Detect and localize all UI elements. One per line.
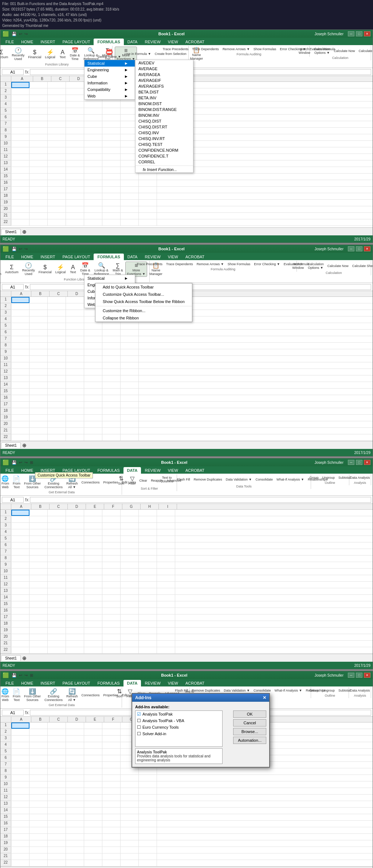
cell-r5-c9[interactable] xyxy=(157,536,175,542)
tab-file-1[interactable]: FILE xyxy=(2,39,17,45)
cell-r1-c4[interactable] xyxy=(66,297,84,303)
add-sheet-btn-2[interactable]: ⊕ xyxy=(22,442,27,448)
cell-r18-c3[interactable] xyxy=(48,621,66,627)
cell-r20-c1[interactable] xyxy=(11,421,30,427)
stat-average-1[interactable]: AVERAGE xyxy=(136,66,193,72)
cell-r4-c3[interactable] xyxy=(48,529,66,535)
row-header-9[interactable]: 9 xyxy=(0,134,11,140)
cell-r18-c7[interactable] xyxy=(121,193,139,199)
cell-r7-c2[interactable] xyxy=(30,549,48,555)
cell-r13-c4[interactable] xyxy=(66,375,84,382)
cell-r4-c8[interactable] xyxy=(139,529,157,535)
cell-r14-c5[interactable] xyxy=(84,382,102,388)
cell-r11-c3[interactable] xyxy=(48,575,66,581)
row-header-21[interactable]: 21 xyxy=(0,641,11,647)
cell-r4-c1[interactable] xyxy=(11,529,30,535)
cell-r14-c2[interactable] xyxy=(30,167,48,173)
cell-r3-c3[interactable] xyxy=(48,310,66,316)
cell-r1-c7[interactable] xyxy=(121,510,139,516)
cell-r19-c5[interactable] xyxy=(84,200,102,206)
cell-r9-c7[interactable] xyxy=(121,562,139,568)
show-formulas-2[interactable]: Show Formulas xyxy=(226,262,252,267)
tab-home-2[interactable]: HOME xyxy=(17,254,37,260)
cell-r13-c6[interactable] xyxy=(102,160,121,167)
cell-r22-c9[interactable] xyxy=(157,647,175,653)
cell-r11-c1[interactable] xyxy=(11,575,30,581)
cell-r15-c4[interactable] xyxy=(66,174,84,180)
cell-r18-c6[interactable] xyxy=(102,408,121,414)
cell-r8-c3[interactable] xyxy=(48,128,66,134)
cell-r2-c3[interactable] xyxy=(48,303,66,310)
cell-r11-c2[interactable] xyxy=(30,575,48,581)
cell-r19-c1[interactable] xyxy=(11,415,30,421)
cell-r9-c8[interactable] xyxy=(139,562,157,568)
cell-r9-c3[interactable] xyxy=(48,134,66,140)
cell-r4-c2[interactable] xyxy=(30,101,48,108)
cell-r18-c6[interactable] xyxy=(102,193,121,199)
date-time-btn-1[interactable]: 📅 Date &Time xyxy=(68,47,82,61)
cell-r18-c2[interactable] xyxy=(30,621,48,627)
cell-r11-c5[interactable] xyxy=(84,147,102,154)
cell-r16-c6[interactable] xyxy=(102,180,121,186)
cell-r16-c7[interactable] xyxy=(121,608,139,614)
cell-r19-c2[interactable] xyxy=(30,415,48,421)
cell-r7-c6[interactable] xyxy=(102,336,121,342)
error-checking-2[interactable]: Error Checking ▼ xyxy=(252,262,281,267)
row-header-16[interactable]: 16 xyxy=(0,608,11,614)
cell-r1-c1[interactable] xyxy=(11,297,30,303)
cell-r4-c6[interactable] xyxy=(102,101,121,108)
cell-r13-c5[interactable] xyxy=(84,160,102,167)
cell-r19-c4[interactable] xyxy=(66,628,84,634)
watch-window-2[interactable]: WatchWindow xyxy=(291,262,305,270)
cell-r22-c8[interactable] xyxy=(139,219,157,226)
cell-r9-c3[interactable] xyxy=(48,562,66,568)
row-header-2[interactable]: 2 xyxy=(0,88,11,95)
col-C-2[interactable]: C xyxy=(50,291,68,296)
cell-r15-c3[interactable] xyxy=(48,601,66,608)
cell-r3-c5[interactable] xyxy=(84,523,102,529)
cell-r17-c5[interactable] xyxy=(84,614,102,621)
tab-view-2[interactable]: VIEW xyxy=(164,254,182,260)
row-header-18[interactable]: 18 xyxy=(0,621,11,627)
row-header-7[interactable]: 7 xyxy=(0,121,11,127)
ungroup-3[interactable]: Ungroup xyxy=(321,475,336,480)
cell-r14-c9[interactable] xyxy=(157,595,175,601)
add-sheet-btn-1[interactable]: ⊕ xyxy=(22,229,27,235)
cell-r11-c5[interactable] xyxy=(84,575,102,581)
row-header-17[interactable]: 17 xyxy=(0,402,11,408)
cell-r7-c2[interactable] xyxy=(30,336,48,342)
cell-r2-c7[interactable] xyxy=(121,516,139,522)
row-header-20[interactable]: 20 xyxy=(0,634,11,640)
cell-r18-c8[interactable] xyxy=(139,193,157,199)
cell-r5-c7[interactable] xyxy=(121,536,139,542)
cell-r1-c8[interactable] xyxy=(139,510,157,516)
text-2[interactable]: AText xyxy=(68,264,78,275)
cell-r10-c7[interactable] xyxy=(121,569,139,575)
ctx-add-qat-2[interactable]: Add to Quick Access Toolbar xyxy=(95,283,192,291)
cell-r19-c1[interactable] xyxy=(11,200,30,206)
cell-r8-c3[interactable] xyxy=(48,556,66,562)
menu-statistical-1[interactable]: Statistical▶ xyxy=(85,60,135,67)
calculate-sheet-btn-1[interactable]: Calculate Sheet xyxy=(357,48,373,53)
cell-r20-c3[interactable] xyxy=(48,206,66,212)
close-btn-2[interactable]: ✕ xyxy=(364,246,370,251)
cell-r20-c3[interactable] xyxy=(48,421,66,427)
col-D-2[interactable]: D xyxy=(68,291,86,296)
cell-r5-c5[interactable] xyxy=(84,108,102,114)
col-A-3[interactable]: A xyxy=(11,504,31,509)
cell-r5-c1[interactable] xyxy=(11,108,30,114)
cell-r15-c3[interactable] xyxy=(48,174,66,180)
cell-r22-c6[interactable] xyxy=(102,219,121,226)
cell-r7-c1[interactable] xyxy=(11,336,30,342)
tab-insert-2[interactable]: INSERT xyxy=(37,254,59,260)
cell-r17-c2[interactable] xyxy=(30,187,48,193)
cell-r22-c3[interactable] xyxy=(48,434,66,441)
cell-r15-c5[interactable] xyxy=(84,389,102,395)
filter-3[interactable]: ▽Filter xyxy=(127,475,137,486)
cell-r11-c6[interactable] xyxy=(102,362,121,369)
cell-r18-c3[interactable] xyxy=(48,408,66,414)
cell-r15-c5[interactable] xyxy=(84,174,102,180)
tab-review-2[interactable]: REVIEW xyxy=(141,254,164,260)
cell-r14-c6[interactable] xyxy=(102,595,121,601)
cell-r21-c1[interactable] xyxy=(11,641,30,647)
